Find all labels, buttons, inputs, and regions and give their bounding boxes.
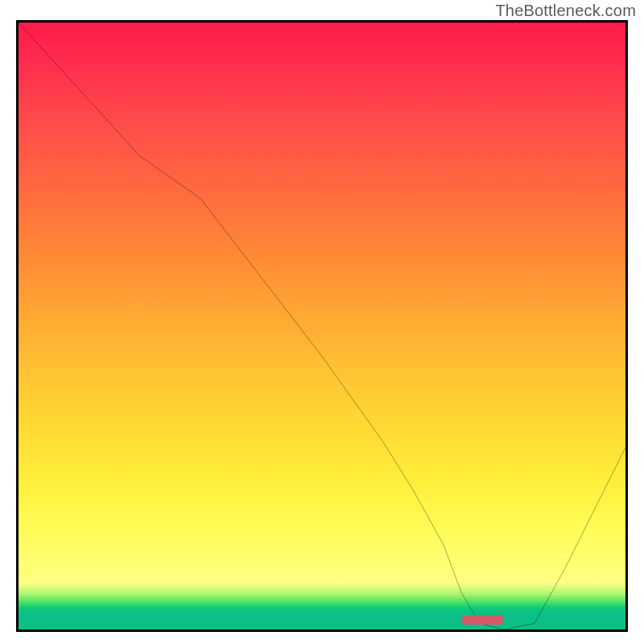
chart-plot-area bbox=[16, 20, 628, 632]
watermark-text: TheBottleneck.com bbox=[495, 2, 636, 20]
optimal-range-marker bbox=[461, 615, 504, 625]
bottleneck-curve bbox=[19, 23, 625, 630]
